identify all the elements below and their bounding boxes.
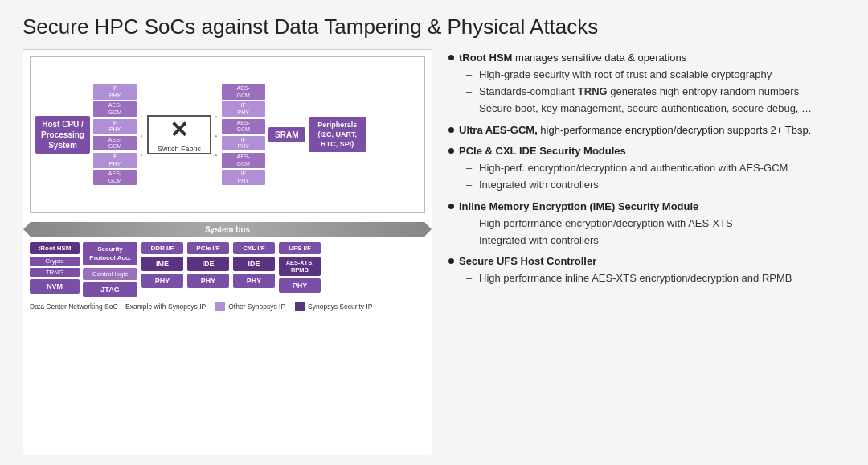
legend-other-box <box>215 302 225 311</box>
sub-dash-3-0: – <box>466 216 474 232</box>
switch-fabric-icon: ✕ <box>170 117 188 143</box>
sub-bullet-4-0: –High performance inline AES-XTS encrypt… <box>466 271 845 286</box>
sub-bullet-2-0: –High-perf. encryption/decryption and au… <box>466 161 845 176</box>
aes-gcm-r2: AES-GCM <box>222 119 265 134</box>
crypto-box: Crypto <box>30 257 80 266</box>
aes-right-column: AES-GCM IFPHY AES-GCM IFPHY AES-GCM IFPH… <box>222 84 265 185</box>
sram-box: SRAM <box>268 127 305 142</box>
aes-phy-group-r1: AES-GCM IFPHY <box>222 84 265 117</box>
peripherals-box: Peripherals (I2C, UART, RTC, SPI) <box>309 117 366 152</box>
bullet-text-0: tRoot HSM manages sensitive data & opera… <box>459 51 845 66</box>
troot-small-group: Crypto TRNG <box>30 257 80 277</box>
jtag-box: JTAG <box>83 282 137 297</box>
ddr-phy-box: PHY <box>141 274 183 288</box>
bullet-text-2: PCIe & CXL IDE Security Modules <box>459 144 845 159</box>
sub-text-0-0: High-grade security with root of trust a… <box>479 68 845 83</box>
host-cpu-box: Host CPU / Processing System <box>35 116 90 154</box>
sub-dash-2-0: – <box>466 161 474 176</box>
nvm-box: NVM <box>30 279 80 294</box>
sub-bullet-0-0: –High-grade security with root of trust … <box>466 68 845 83</box>
sub-bullet-0-2: –Secure boot, key management, secure aut… <box>466 101 845 117</box>
bullet-dot-3 <box>448 204 454 209</box>
if-phy-2: IFPHY <box>93 119 137 134</box>
sub-bullets-4: –High performance inline AES-XTS encrypt… <box>466 271 845 286</box>
sub-text-2-0: High-perf. encryption/decryption and aut… <box>479 161 845 176</box>
system-bus-wrapper: System bus <box>30 220 425 239</box>
sub-dash-3-1: – <box>466 233 474 249</box>
sub-bullet-0-1: –Standards-compliant TRNG generates high… <box>466 84 845 100</box>
ddr-col: DDR I/F IME PHY <box>141 242 183 288</box>
security-proto-box: Security Protocol Acc. <box>83 242 137 265</box>
pcie-col: PCIe I/F IDE PHY <box>187 242 229 288</box>
sub-bullets-2: –High-perf. encryption/decryption and au… <box>466 161 845 193</box>
sub-text-4-0: High performance inline AES-XTS encrypti… <box>479 271 845 286</box>
diagram-footer-text: Data Center Networking SoC – Example wit… <box>30 302 206 311</box>
cxl-col: CXL I/F IDE PHY <box>233 242 275 288</box>
dots-col: · · · <box>140 62 144 208</box>
sub-text-0-1: Standards-compliant TRNG generates high … <box>479 84 845 100</box>
if-phy-r3: IFPHY <box>222 170 265 185</box>
sub-text-3-1: Integrated with controllers <box>479 233 845 249</box>
pcie-ide-box: IDE <box>187 257 229 271</box>
legend-security: Synopsys Security IP <box>295 302 372 311</box>
sub-bullet-3-0: –High performance encryption/decryption … <box>466 216 845 232</box>
aes-gcm-r1: AES-GCM <box>222 84 265 100</box>
ime-box: IME <box>141 257 183 271</box>
bullets-area: tRoot HSM manages sensitive data & opera… <box>448 49 845 455</box>
bullet-item-4: Secure UFS Host Controller–High performa… <box>448 254 845 286</box>
legend-security-box <box>295 302 305 311</box>
system-bus-arrow: System bus <box>30 222 425 237</box>
sub-dash-0-0: – <box>466 68 474 83</box>
top-section: Host CPU / Processing System IFPHY AES-G… <box>30 56 425 213</box>
sub-bullets-3: –High performance encryption/decryption … <box>466 216 845 249</box>
sub-text-0-2: Secure boot, key management, secure auth… <box>479 101 845 117</box>
sub-dash-4-0: – <box>466 271 474 286</box>
aes-xts-box: AES-XTS, RPMB <box>279 257 321 276</box>
switch-fabric-box: ✕ Switch Fabric <box>147 115 211 154</box>
troot-left: tRoot HSM Crypto TRNG NVM <box>30 242 80 294</box>
ufs-col: UFS I/F AES-XTS, RPMB PHY <box>279 242 321 293</box>
aes-phy-group-r2: AES-GCM IFPHY <box>222 119 265 151</box>
ddr-if-box: DDR I/F <box>141 242 183 254</box>
dots-col-right: · · · <box>215 62 219 208</box>
bullet-item-0: tRoot HSM manages sensitive data & opera… <box>448 51 845 116</box>
bullet-dot-1 <box>448 127 454 133</box>
pcie-if-box: PCIe I/F <box>187 242 229 254</box>
legend-security-label: Synopsys Security IP <box>308 302 372 311</box>
diagram-area: Host CPU / Processing System IFPHY AES-G… <box>23 49 432 455</box>
slide: Secure HPC SoCs against Data Tampering &… <box>0 0 868 465</box>
bullet-text-4: Secure UFS Host Controller <box>459 254 845 270</box>
sub-text-3-0: High performance encryption/decryption w… <box>479 216 845 232</box>
if-phy-r1: IFPHY <box>222 101 265 117</box>
trng-box: TRNG <box>30 268 80 278</box>
cxl-ide-box: IDE <box>233 257 275 271</box>
phy-aes-group-1: IFPHY AES-GCM <box>93 84 137 117</box>
switch-fabric-label: Switch Fabric <box>158 145 201 153</box>
if-phy-1: IFPHY <box>93 84 137 100</box>
if-phy-r2: IFPHY <box>222 136 265 151</box>
control-logic-box: Control logic <box>83 268 137 280</box>
bullet-item-2: PCIe & CXL IDE Security Modules–High-per… <box>448 144 845 193</box>
troot-section: tRoot HSM Crypto TRNG NVM Security Proto… <box>30 242 137 297</box>
bullet-item-1: Ultra AES-GCM, high-performance encrypti… <box>448 123 845 138</box>
bullet-dot-4 <box>448 258 454 264</box>
sub-bullet-3-1: –Integrated with controllers <box>466 233 845 249</box>
slide-title: Secure HPC SoCs against Data Tampering &… <box>23 14 845 39</box>
aes-gcm-r3: AES-GCM <box>222 153 265 168</box>
sub-dash-0-1: – <box>466 84 474 100</box>
bottom-section: tRoot HSM Crypto TRNG NVM Security Proto… <box>30 242 425 297</box>
cxl-if-box: CXL I/F <box>233 242 275 254</box>
pcie-phy-box: PHY <box>187 274 229 288</box>
aes-gcm-2: AES-GCM <box>93 136 137 151</box>
bullet-dot-0 <box>448 55 454 60</box>
sub-bullets-0: –High-grade security with root of trust … <box>466 68 845 117</box>
aes-gcm-1: AES-GCM <box>93 101 137 117</box>
cxl-phy-box: PHY <box>233 274 275 288</box>
sub-text-2-1: Integrated with controllers <box>479 178 845 193</box>
bullet-item-3: Inline Memory Encryption (IME) Security … <box>448 200 845 249</box>
phy-aes-group-3: IFPHY AES-GCM <box>93 153 137 185</box>
legend-other: Other Synopsys IP <box>215 302 285 311</box>
sub-bullet-2-1: –Integrated with controllers <box>466 178 845 193</box>
troot-right: Security Protocol Acc. Control logic JTA… <box>83 242 137 297</box>
phy-aes-group-2: IFPHY AES-GCM <box>93 119 137 151</box>
